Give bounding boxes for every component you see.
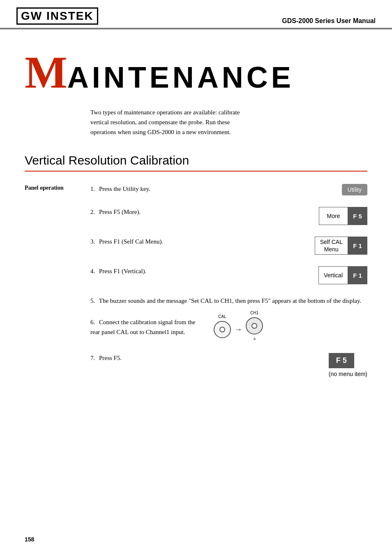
page-content: MAINTENANCE Two types of maintenance ope…: [0, 29, 392, 405]
step-5-text: 5. The buzzer sounds and the message "Se…: [90, 296, 367, 306]
step-2-widget: More F 5: [319, 207, 367, 225]
step-4-number: 4.: [90, 268, 95, 274]
step-3-instruction: Press F1 (Self Cal Menu).: [99, 238, 163, 245]
step-2-number: 2.: [90, 209, 95, 215]
step-3-row: 3. Press F1 (Self Cal Menu). Self CAL Me…: [25, 237, 367, 255]
step-6-label: [25, 317, 90, 318]
step-1-text: 1. Press the Utility key.: [90, 184, 338, 194]
step-1-row: Panel operation 1. Press the Utility key…: [25, 184, 367, 195]
section-heading: Vertical Resolution Calibration: [25, 153, 367, 172]
fkey-selfcal-label: Self CAL Menu: [315, 237, 348, 254]
step-6-number: 6.: [90, 319, 95, 325]
chapter-big-letter: M: [25, 47, 67, 98]
logo: GW INSTEK: [16, 7, 98, 25]
step-6-widget: CAL → CH1 ⏚: [210, 317, 263, 341]
step-1-widget: Utility: [342, 184, 367, 195]
logo-text: GW INSTEK: [21, 9, 94, 22]
ch1-connector-wrapper: CH1 ⏚: [246, 317, 263, 341]
step-7-label: [25, 353, 90, 354]
step-4-row: 4. Press F1 (Vertical). Vertical F 1: [25, 266, 367, 284]
step-1-instruction: Press the Utility key.: [99, 186, 150, 192]
fkey-vertical-widget: Vertical F 1: [318, 266, 367, 284]
f5-key-graphic: F 5: [329, 353, 354, 368]
step-4-text: 4. Press F1 (Vertical).: [90, 266, 314, 276]
step-7-row: 7. Press F5. F 5 (no menu item): [25, 353, 367, 377]
step-6-instruction: Connect the calibration signal from the …: [90, 319, 196, 335]
ground-symbol: ⏚: [253, 335, 256, 341]
cal-connector: [214, 321, 231, 338]
step-5-number: 5.: [90, 297, 95, 304]
step-2-row: 2. Press F5 (More). More F 5: [25, 207, 367, 225]
step-5-label: [25, 296, 90, 297]
step-2-instruction: Press F5 (More).: [99, 209, 141, 215]
step-5-instruction: The buzzer sounds and the message "Set C…: [99, 297, 362, 304]
step-6-text: 6. Connect the calibration signal from t…: [90, 317, 205, 337]
step-2-text: 2. Press F5 (More).: [90, 207, 315, 217]
step-4-widget: Vertical F 1: [318, 266, 367, 284]
fkey-more-label: More: [319, 207, 348, 225]
steps-container: Panel operation 1. Press the Utility key…: [25, 184, 367, 377]
step-7-number: 7.: [90, 355, 95, 361]
step-6-row: 6. Connect the calibration signal from t…: [25, 317, 367, 341]
no-menu-item-label: (no menu item): [329, 371, 367, 377]
page-header: GW INSTEK GDS-2000 Series User Manual: [0, 0, 392, 29]
fkey-vertical-label: Vertical: [319, 267, 348, 284]
page-number: 158: [25, 536, 34, 543]
ch1-connector: [246, 317, 263, 334]
step-7-instruction: Press F5.: [99, 355, 122, 361]
manual-title: GDS-2000 Series User Manual: [282, 17, 376, 25]
ch1-connector-inner: [251, 323, 257, 329]
ch1-label: CH1: [250, 311, 258, 315]
fkey-vertical-number: F 1: [348, 267, 367, 284]
cal-connector-inner: [219, 327, 225, 332]
fkey-more-number: F 5: [348, 207, 367, 225]
fkey-selfcal-number: F 1: [348, 237, 367, 254]
step-3-number: 3.: [90, 238, 95, 245]
chapter-title: MAINTENANCE: [25, 50, 367, 95]
chapter-description: Two types of maintenance operations are …: [90, 107, 255, 137]
step-3-label: [25, 237, 90, 237]
step-3-text: 3. Press F1 (Self Cal Menu).: [90, 237, 311, 246]
cal-connector-wrapper: CAL: [214, 321, 231, 338]
step-5-row: 5. The buzzer sounds and the message "Se…: [25, 296, 367, 306]
cal-label: CAL: [218, 314, 226, 319]
fkey-selfcal-widget: Self CAL Menu F 1: [315, 237, 367, 255]
step-4-instruction: Press F1 (Vertical).: [99, 268, 146, 274]
step-3-widget: Self CAL Menu F 1: [315, 237, 367, 255]
fkey-more-widget: More F 5: [319, 207, 367, 225]
panel-operation-label: Panel operation: [25, 184, 90, 191]
step-7-widget: F 5 (no menu item): [329, 353, 367, 377]
step-4-label: [25, 266, 90, 267]
utility-button-graphic: Utility: [342, 184, 367, 195]
step-7-text: 7. Press F5.: [90, 353, 321, 363]
step-2-label: [25, 207, 90, 208]
step-1-number: 1.: [90, 186, 95, 192]
arrow-right-icon: →: [234, 325, 242, 334]
cal-connector-illustration: CAL → CH1 ⏚: [214, 317, 263, 341]
chapter-rest-title: AINTENANCE: [67, 61, 294, 94]
